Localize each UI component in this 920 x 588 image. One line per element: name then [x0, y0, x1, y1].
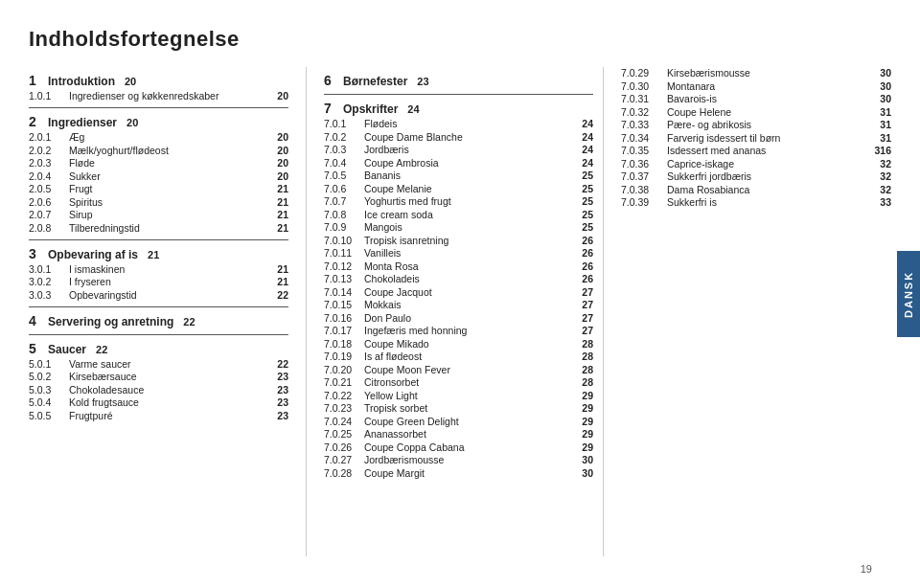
toc-item: 7.0.10Tropisk isanretning26 [324, 235, 593, 246]
toc-item-page: 22 [277, 289, 288, 301]
toc-item-num: 5.0.3 [29, 384, 69, 396]
section-number: 3 [29, 246, 42, 261]
toc-item: 2.0.2Mælk/yoghurt/flødeost20 [29, 145, 288, 156]
toc-item: 2.0.6Spiritus21 [29, 196, 288, 208]
toc-item-label: Yoghurtis med frugt [364, 195, 578, 207]
toc-item-page: 21 [277, 222, 288, 234]
toc-item-num: 7.0.31 [621, 93, 667, 104]
section-title: Saucer [48, 343, 86, 356]
toc-item: 7.0.39Sukkerfri is33 [621, 196, 891, 208]
toc-item: 2.0.4Sukker20 [29, 170, 288, 182]
toc-item-page: 29 [582, 416, 593, 427]
toc-item: 2.0.3Fløde20 [29, 157, 288, 169]
toc-item-num: 7.0.35 [621, 145, 667, 156]
toc-item-num: 7.0.36 [621, 158, 667, 170]
toc-item-num: 2.0.3 [29, 157, 69, 169]
section: 6Børnefester23 [324, 73, 593, 88]
toc-item: 2.0.1Æg20 [29, 131, 288, 143]
toc-item-page: 20 [277, 157, 288, 169]
toc-item-num: 7.0.1 [324, 118, 364, 129]
toc-item-page: 31 [880, 106, 891, 118]
section-page: 24 [407, 103, 419, 115]
toc-item: 7.0.8Ice cream soda25 [324, 209, 593, 220]
section-page: 20 [126, 117, 138, 128]
toc-item: 7.0.11Vanilleis26 [324, 247, 593, 259]
toc-item-label: Chokoladesauce [69, 384, 273, 396]
toc-item-num: 7.0.24 [324, 416, 364, 427]
toc-item-page: 21 [277, 183, 288, 194]
toc-item-num: 7.0.34 [621, 132, 667, 144]
toc-item-label: Frugtpuré [69, 410, 273, 421]
toc-item-label: Yellow Light [364, 390, 578, 401]
toc-item-label: Coupe Mikado [364, 338, 578, 350]
toc-item-label: Ananassorbet [364, 428, 578, 440]
toc-item-num: 7.0.26 [324, 441, 364, 453]
toc-item-label: Coupe Helene [667, 106, 876, 118]
section-number: 2 [29, 114, 42, 129]
section-page: 23 [417, 76, 428, 87]
toc-item: 5.0.3Chokoladesauce23 [29, 384, 288, 396]
toc-item-num: 7.0.12 [324, 260, 364, 272]
toc-item: 7.0.28Coupe Margit30 [324, 467, 593, 479]
toc-item: 7.0.27Jordbærismousse30 [324, 454, 593, 465]
toc-item-label: Tropisk sorbet [364, 402, 578, 414]
toc-item-label: Kirsebærismousse [667, 67, 876, 79]
section-header: 2Ingredienser20 [29, 114, 288, 129]
toc-item-num: 7.0.13 [324, 273, 364, 284]
section: 5Saucer225.0.1Varme saucer225.0.2Kirsebæ… [29, 334, 288, 421]
toc-item: 5.0.2Kirsebærsauce23 [29, 371, 288, 382]
toc-item-num: 7.0.4 [324, 157, 364, 169]
toc-item-page: 28 [582, 364, 593, 375]
toc-item-page: 316 [874, 145, 891, 156]
toc-item-label: Caprice-iskage [667, 158, 876, 170]
toc-item-num: 7.0.18 [324, 338, 364, 350]
toc-item-page: 33 [880, 196, 891, 208]
toc-item: 7.0.23Tropisk sorbet29 [324, 402, 593, 414]
toc-item-num: 7.0.20 [324, 364, 364, 375]
toc-item-page: 26 [582, 273, 593, 284]
toc-item-num: 7.0.8 [324, 209, 364, 220]
toc-item-page: 25 [582, 221, 593, 233]
toc-item-page: 27 [582, 325, 593, 336]
toc-item-num: 7.0.29 [621, 67, 667, 79]
toc-item-label: Jordbæris [364, 144, 578, 155]
toc-item-label: Ingredienser og køkkenredskaber [69, 90, 273, 102]
toc-item: 7.0.14Coupe Jacquot27 [324, 286, 593, 298]
section-page: 22 [96, 344, 107, 355]
toc-item-label: Don Paulo [364, 312, 578, 324]
toc-item-page: 26 [582, 260, 593, 272]
toc-item-label: Tropisk isanretning [364, 235, 578, 246]
toc-item-page: 29 [582, 428, 593, 440]
columns-wrapper: 1Introduktion201.0.1Ingredienser og køkk… [29, 67, 891, 556]
toc-item-num: 7.0.32 [621, 106, 667, 118]
toc-item-num: 3.0.3 [29, 289, 69, 301]
toc-item-label: Isdessert med ananas [667, 145, 870, 156]
toc-item: 7.0.30Montanara30 [621, 80, 891, 92]
toc-item: 2.0.7Sirup21 [29, 209, 288, 220]
toc-item-num: 1.0.1 [29, 90, 69, 102]
toc-item-page: 24 [582, 118, 593, 129]
toc-item-page: 24 [582, 157, 593, 169]
toc-item-label: Æg [69, 131, 273, 143]
toc-item: 7.0.7Yoghurtis med frugt25 [324, 195, 593, 207]
toc-item-label: Monta Rosa [364, 260, 578, 272]
toc-item: 7.0.2Coupe Dame Blanche24 [324, 131, 593, 143]
toc-item: 7.0.25Ananassorbet29 [324, 428, 593, 440]
toc-item-num: 7.0.5 [324, 170, 364, 181]
toc-item-label: Coupe Melanie [364, 183, 578, 194]
toc-item-page: 22 [277, 358, 288, 370]
toc-item-page: 29 [582, 402, 593, 414]
toc-item: 7.0.22Yellow Light29 [324, 390, 593, 401]
toc-item-num: 7.0.3 [324, 144, 364, 155]
toc-item-page: 31 [880, 132, 891, 144]
toc-item-num: 7.0.37 [621, 170, 667, 182]
toc-item: 7.0.21Citronsorbet28 [324, 376, 593, 388]
toc-item-label: Coupe Green Delight [364, 416, 578, 427]
toc-item-label: Flødeis [364, 118, 578, 129]
section: 1Introduktion201.0.1Ingredienser og køkk… [29, 73, 288, 102]
toc-item-page: 21 [277, 209, 288, 220]
section-number: 7 [324, 101, 337, 116]
toc-item-num: 7.0.6 [324, 183, 364, 194]
section: 2Ingredienser202.0.1Æg202.0.2Mælk/yoghur… [29, 107, 288, 234]
toc-item-page: 25 [582, 209, 593, 220]
